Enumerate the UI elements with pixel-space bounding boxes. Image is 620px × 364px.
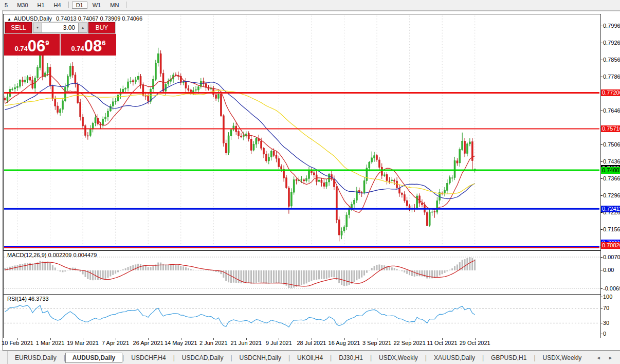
date-label: 11 Oct 2021 (427, 340, 458, 346)
tab-usdx-weekly[interactable]: USDX,Weekly (536, 353, 589, 363)
volume-input[interactable]: 3.00 (42, 23, 78, 33)
price-grid-label: 0.71560 (603, 226, 620, 233)
date-label: 21 Jun 2021 (231, 340, 262, 346)
timeframe-toolbar: 5M30H1H4D1W1MN (0, 0, 620, 10)
hline-price-label: 0.77200 (601, 89, 620, 96)
date-label: 7 Apr 2021 (102, 340, 129, 346)
timeframe-button-mn[interactable]: MN (106, 2, 123, 9)
tab-gbpusd-h1[interactable]: GBPUSD,H1 (484, 353, 534, 363)
date-label: 14 May 2021 (165, 340, 197, 346)
date-axis[interactable]: 10 Feb 20211 Mar 202119 Mar 20217 Apr 20… (3, 338, 620, 351)
date-label: 3 Sep 2021 (362, 340, 391, 346)
timeframe-button-m30[interactable]: M30 (13, 2, 32, 9)
tab-audusd-daily[interactable]: AUDUSD,Daily (65, 353, 122, 363)
price-grid-label: 0.72960 (603, 192, 620, 199)
tab-xauusd-daily[interactable]: XAUUSD,Daily (427, 353, 482, 363)
tab-dj30-h1[interactable]: DJ30,H1 (332, 353, 370, 363)
tab-usdcnh-daily[interactable]: USDCNH,Daily (232, 353, 288, 363)
rsi-label: RSI(14) 46.3733 (7, 296, 49, 302)
timeframe-button-w1[interactable]: W1 (88, 2, 105, 9)
macd-axis-min: -0.00692 (603, 285, 620, 292)
rsi-axis-30: 30 (603, 320, 609, 326)
sell-price-display[interactable]: 0.74069 (4, 34, 60, 56)
collapse-panel-icon[interactable]: ▲ (7, 17, 11, 22)
tabs: EURUSD,Daily|AUDUSD,Daily|USDCHF,H4|USDC… (8, 353, 589, 363)
rsi-axis-70: 70 (603, 305, 609, 312)
date-label: 9 Jul 2021 (266, 340, 292, 346)
volume-decrease-icon[interactable]: ▼ (33, 23, 42, 33)
price-grid-label: 0.79260 (603, 40, 620, 46)
buy-price-pip: 6 (102, 34, 105, 52)
date-label: 10 Feb 2021 (2, 340, 33, 346)
rsi-canvas (4, 295, 600, 337)
sell-price-pip: 9 (45, 34, 49, 52)
date-label: 19 Mar 2021 (67, 340, 99, 346)
trading-platform-screen: 5M30H1H4D1W1MN ▲AUDUSD,Daily0.74013 0.74… (0, 0, 620, 364)
price-grid-label: 0.73660 (603, 175, 620, 182)
one-click-trade-widget: SELL ▼ 3.00 ▲ BUY 0.74069 0.74086 (4, 22, 116, 56)
rsi-axis-100: 100 (603, 294, 612, 300)
macd-axis-zero: 0.00 (603, 267, 614, 274)
chart-symbol: AUDUSD,Daily (14, 15, 52, 22)
timeframe-button-5[interactable]: 5 (1, 2, 12, 9)
tab-usdchf-h4[interactable]: USDCHF,H4 (124, 353, 173, 363)
sell-price-prefix: 0.74 (14, 44, 27, 54)
trade-widget-price-row: 0.74069 0.74086 (4, 34, 116, 56)
price-grid-label: 0.79960 (603, 23, 620, 29)
tab-bar-stub (0, 351, 8, 364)
chart-title: ▲AUDUSD,Daily0.74013 0.74067 0.73909 0.7… (7, 15, 142, 22)
macd-axis-max: 0.007015 (603, 254, 620, 261)
toolbar-separator (126, 2, 126, 8)
price-grid-label: 0.78560 (603, 57, 620, 63)
sell-price-big: 06 (28, 39, 45, 54)
hline-price-label: 0.72411 (601, 206, 620, 212)
chart-tab-bar: EURUSD,Daily|AUDUSD,Daily|USDCHF,H4|USDC… (0, 351, 620, 364)
tab-ukoil-h4[interactable]: UKOil,H4 (290, 353, 330, 363)
price-grid-label: 0.74360 (603, 158, 620, 165)
toolbar-separator (68, 2, 69, 8)
price-grid-label: 0.76460 (603, 107, 620, 114)
date-label: 26 Apr 2021 (133, 340, 163, 346)
chart-ohlc-values: 0.74013 0.74067 0.73909 0.74066 (56, 15, 142, 22)
date-label: 2 Jun 2021 (199, 340, 227, 346)
price-grid-label: 0.77860 (603, 74, 620, 80)
tab-scroll-arrows[interactable]: ◄ ► (596, 355, 620, 360)
date-label: 1 Mar 2021 (36, 340, 65, 346)
tab-usdx-weekly[interactable]: USDX,Weekly (372, 353, 425, 363)
tab-usdcad-daily[interactable]: USDCAD,Daily (175, 353, 231, 363)
buy-price-big: 08 (84, 39, 102, 54)
timeframe-button-h1[interactable]: H1 (33, 2, 49, 9)
volume-stepper: ▼ 3.00 ▲ (33, 23, 87, 33)
date-label: 22 Sep 2021 (393, 340, 425, 346)
buy-button[interactable]: BUY (88, 22, 115, 33)
rsi-axis-0: 0 (603, 331, 606, 337)
timeframe-button-d1[interactable]: D1 (72, 2, 87, 9)
timeframe-button-h4[interactable]: H4 (50, 2, 65, 9)
buy-price-prefix: 0.74 (71, 44, 84, 54)
date-label: 16 Aug 2021 (329, 340, 360, 346)
hline-price-label: 0.75716 (601, 125, 620, 132)
volume-increase-icon[interactable]: ▲ (78, 23, 87, 33)
date-label: 29 Oct 2021 (460, 340, 490, 346)
price-grid-label: 0.75060 (603, 141, 620, 148)
hline-price-label: 0.74007 (601, 167, 620, 174)
buy-price-display[interactable]: 0.74086 (61, 34, 116, 56)
hline-price-label: 0.70820 (601, 242, 620, 249)
sell-button[interactable]: SELL (5, 22, 32, 33)
macd-label: MACD(12,26,9) 0.002209 0.004479 (7, 252, 97, 258)
trade-widget-top-row: SELL ▼ 3.00 ▲ BUY (4, 22, 116, 34)
date-label: 28 Jul 2021 (297, 340, 326, 346)
tab-eurusd-daily[interactable]: EURUSD,Daily (8, 353, 64, 363)
